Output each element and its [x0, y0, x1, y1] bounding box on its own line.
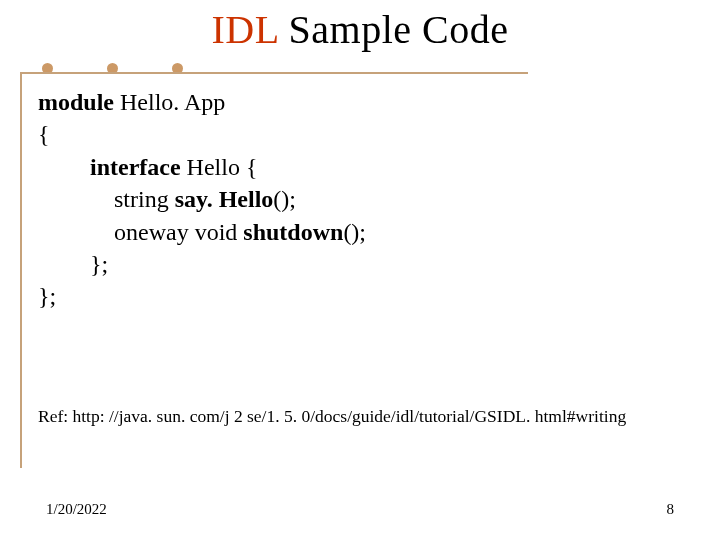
code-line: oneway void shutdown();	[38, 216, 678, 248]
slide: IDL Sample Code module Hello. App { inte…	[0, 0, 720, 540]
footer-page-number: 8	[667, 501, 675, 518]
code-line: interface Hello {	[38, 151, 678, 183]
keyword: shutdown	[243, 219, 343, 245]
code-text: ();	[273, 186, 296, 212]
code-line: module Hello. App	[38, 86, 678, 118]
code-line: {	[38, 118, 678, 150]
code-text: oneway void	[114, 219, 243, 245]
code-text: Hello {	[181, 154, 258, 180]
code-text: string	[114, 186, 175, 212]
title-word-1: IDL	[211, 7, 278, 52]
vertical-rule	[20, 72, 22, 468]
code-line: };	[38, 280, 678, 312]
reference-text: Ref: http: //java. sun. com/j 2 se/1. 5.…	[38, 406, 698, 427]
keyword: interface	[90, 154, 181, 180]
code-text: Hello. App	[114, 89, 225, 115]
code-line: string say. Hello();	[38, 183, 678, 215]
footer-date: 1/20/2022	[46, 501, 107, 518]
keyword: say. Hello	[175, 186, 274, 212]
slide-title: IDL Sample Code	[0, 6, 720, 53]
code-block: module Hello. App { interface Hello { st…	[38, 86, 678, 313]
title-word-2: Sample Code	[278, 7, 508, 52]
code-text: ();	[343, 219, 366, 245]
horizontal-rule	[20, 72, 528, 74]
code-line: };	[38, 248, 678, 280]
keyword: module	[38, 89, 114, 115]
